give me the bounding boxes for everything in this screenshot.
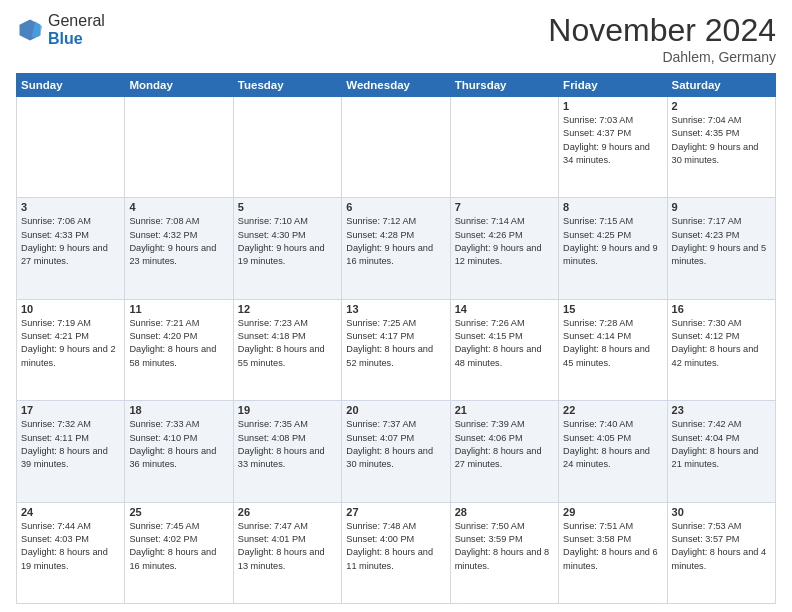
calendar-cell: 19Sunrise: 7:35 AM Sunset: 4:08 PM Dayli…: [233, 401, 341, 502]
day-info: Sunrise: 7:48 AM Sunset: 4:00 PM Dayligh…: [346, 520, 445, 573]
calendar-row-4: 17Sunrise: 7:32 AM Sunset: 4:11 PM Dayli…: [17, 401, 776, 502]
day-info: Sunrise: 7:12 AM Sunset: 4:28 PM Dayligh…: [346, 215, 445, 268]
weekday-header-saturday: Saturday: [667, 74, 775, 97]
day-number: 18: [129, 404, 228, 416]
calendar-cell: 24Sunrise: 7:44 AM Sunset: 4:03 PM Dayli…: [17, 502, 125, 603]
day-info: Sunrise: 7:50 AM Sunset: 3:59 PM Dayligh…: [455, 520, 554, 573]
day-info: Sunrise: 7:42 AM Sunset: 4:04 PM Dayligh…: [672, 418, 771, 471]
day-info: Sunrise: 7:51 AM Sunset: 3:58 PM Dayligh…: [563, 520, 662, 573]
day-info: Sunrise: 7:10 AM Sunset: 4:30 PM Dayligh…: [238, 215, 337, 268]
calendar-cell: 22Sunrise: 7:40 AM Sunset: 4:05 PM Dayli…: [559, 401, 667, 502]
calendar-cell: 17Sunrise: 7:32 AM Sunset: 4:11 PM Dayli…: [17, 401, 125, 502]
calendar-cell: 4Sunrise: 7:08 AM Sunset: 4:32 PM Daylig…: [125, 198, 233, 299]
day-info: Sunrise: 7:33 AM Sunset: 4:10 PM Dayligh…: [129, 418, 228, 471]
logo-icon: [16, 16, 44, 44]
day-info: Sunrise: 7:35 AM Sunset: 4:08 PM Dayligh…: [238, 418, 337, 471]
calendar-cell: 7Sunrise: 7:14 AM Sunset: 4:26 PM Daylig…: [450, 198, 558, 299]
day-number: 19: [238, 404, 337, 416]
day-info: Sunrise: 7:30 AM Sunset: 4:12 PM Dayligh…: [672, 317, 771, 370]
day-number: 9: [672, 201, 771, 213]
logo-text: General Blue: [48, 12, 105, 47]
day-info: Sunrise: 7:39 AM Sunset: 4:06 PM Dayligh…: [455, 418, 554, 471]
day-info: Sunrise: 7:25 AM Sunset: 4:17 PM Dayligh…: [346, 317, 445, 370]
day-number: 13: [346, 303, 445, 315]
calendar-header: SundayMondayTuesdayWednesdayThursdayFrid…: [17, 74, 776, 97]
calendar-cell: 2Sunrise: 7:04 AM Sunset: 4:35 PM Daylig…: [667, 97, 775, 198]
day-number: 11: [129, 303, 228, 315]
day-info: Sunrise: 7:17 AM Sunset: 4:23 PM Dayligh…: [672, 215, 771, 268]
calendar-cell: 27Sunrise: 7:48 AM Sunset: 4:00 PM Dayli…: [342, 502, 450, 603]
day-info: Sunrise: 7:45 AM Sunset: 4:02 PM Dayligh…: [129, 520, 228, 573]
calendar-cell: 12Sunrise: 7:23 AM Sunset: 4:18 PM Dayli…: [233, 299, 341, 400]
day-info: Sunrise: 7:26 AM Sunset: 4:15 PM Dayligh…: [455, 317, 554, 370]
day-info: Sunrise: 7:32 AM Sunset: 4:11 PM Dayligh…: [21, 418, 120, 471]
header: General Blue November 2024 Dahlem, Germa…: [16, 12, 776, 65]
calendar-cell: [125, 97, 233, 198]
calendar-row-3: 10Sunrise: 7:19 AM Sunset: 4:21 PM Dayli…: [17, 299, 776, 400]
title-block: November 2024 Dahlem, Germany: [548, 12, 776, 65]
calendar-cell: [17, 97, 125, 198]
day-info: Sunrise: 7:08 AM Sunset: 4:32 PM Dayligh…: [129, 215, 228, 268]
day-number: 15: [563, 303, 662, 315]
calendar-cell: 5Sunrise: 7:10 AM Sunset: 4:30 PM Daylig…: [233, 198, 341, 299]
calendar-cell: [450, 97, 558, 198]
calendar-cell: 13Sunrise: 7:25 AM Sunset: 4:17 PM Dayli…: [342, 299, 450, 400]
day-number: 10: [21, 303, 120, 315]
day-info: Sunrise: 7:37 AM Sunset: 4:07 PM Dayligh…: [346, 418, 445, 471]
calendar-row-1: 1Sunrise: 7:03 AM Sunset: 4:37 PM Daylig…: [17, 97, 776, 198]
day-number: 4: [129, 201, 228, 213]
logo: General Blue: [16, 12, 105, 47]
calendar-cell: 14Sunrise: 7:26 AM Sunset: 4:15 PM Dayli…: [450, 299, 558, 400]
day-number: 28: [455, 506, 554, 518]
day-number: 8: [563, 201, 662, 213]
calendar-cell: 9Sunrise: 7:17 AM Sunset: 4:23 PM Daylig…: [667, 198, 775, 299]
day-number: 7: [455, 201, 554, 213]
day-number: 2: [672, 100, 771, 112]
calendar-cell: [233, 97, 341, 198]
day-info: Sunrise: 7:21 AM Sunset: 4:20 PM Dayligh…: [129, 317, 228, 370]
day-number: 3: [21, 201, 120, 213]
day-number: 16: [672, 303, 771, 315]
calendar-cell: 15Sunrise: 7:28 AM Sunset: 4:14 PM Dayli…: [559, 299, 667, 400]
calendar-cell: 28Sunrise: 7:50 AM Sunset: 3:59 PM Dayli…: [450, 502, 558, 603]
day-info: Sunrise: 7:47 AM Sunset: 4:01 PM Dayligh…: [238, 520, 337, 573]
calendar-cell: 30Sunrise: 7:53 AM Sunset: 3:57 PM Dayli…: [667, 502, 775, 603]
day-number: 6: [346, 201, 445, 213]
day-number: 20: [346, 404, 445, 416]
calendar-cell: 6Sunrise: 7:12 AM Sunset: 4:28 PM Daylig…: [342, 198, 450, 299]
location: Dahlem, Germany: [548, 49, 776, 65]
logo-general-text: General: [48, 12, 105, 29]
calendar-cell: 16Sunrise: 7:30 AM Sunset: 4:12 PM Dayli…: [667, 299, 775, 400]
calendar-cell: 1Sunrise: 7:03 AM Sunset: 4:37 PM Daylig…: [559, 97, 667, 198]
day-number: 21: [455, 404, 554, 416]
calendar-row-2: 3Sunrise: 7:06 AM Sunset: 4:33 PM Daylig…: [17, 198, 776, 299]
day-number: 27: [346, 506, 445, 518]
calendar: SundayMondayTuesdayWednesdayThursdayFrid…: [16, 73, 776, 604]
day-info: Sunrise: 7:06 AM Sunset: 4:33 PM Dayligh…: [21, 215, 120, 268]
calendar-cell: [342, 97, 450, 198]
day-info: Sunrise: 7:44 AM Sunset: 4:03 PM Dayligh…: [21, 520, 120, 573]
day-info: Sunrise: 7:04 AM Sunset: 4:35 PM Dayligh…: [672, 114, 771, 167]
day-number: 25: [129, 506, 228, 518]
weekday-header-tuesday: Tuesday: [233, 74, 341, 97]
calendar-cell: 25Sunrise: 7:45 AM Sunset: 4:02 PM Dayli…: [125, 502, 233, 603]
day-number: 5: [238, 201, 337, 213]
day-info: Sunrise: 7:03 AM Sunset: 4:37 PM Dayligh…: [563, 114, 662, 167]
weekday-header-thursday: Thursday: [450, 74, 558, 97]
calendar-cell: 29Sunrise: 7:51 AM Sunset: 3:58 PM Dayli…: [559, 502, 667, 603]
day-number: 29: [563, 506, 662, 518]
weekday-header-friday: Friday: [559, 74, 667, 97]
weekday-header-monday: Monday: [125, 74, 233, 97]
day-number: 17: [21, 404, 120, 416]
day-info: Sunrise: 7:15 AM Sunset: 4:25 PM Dayligh…: [563, 215, 662, 268]
day-number: 23: [672, 404, 771, 416]
day-info: Sunrise: 7:14 AM Sunset: 4:26 PM Dayligh…: [455, 215, 554, 268]
day-number: 30: [672, 506, 771, 518]
day-number: 26: [238, 506, 337, 518]
day-number: 12: [238, 303, 337, 315]
day-info: Sunrise: 7:19 AM Sunset: 4:21 PM Dayligh…: [21, 317, 120, 370]
calendar-cell: 23Sunrise: 7:42 AM Sunset: 4:04 PM Dayli…: [667, 401, 775, 502]
weekday-row: SundayMondayTuesdayWednesdayThursdayFrid…: [17, 74, 776, 97]
day-info: Sunrise: 7:53 AM Sunset: 3:57 PM Dayligh…: [672, 520, 771, 573]
weekday-header-wednesday: Wednesday: [342, 74, 450, 97]
